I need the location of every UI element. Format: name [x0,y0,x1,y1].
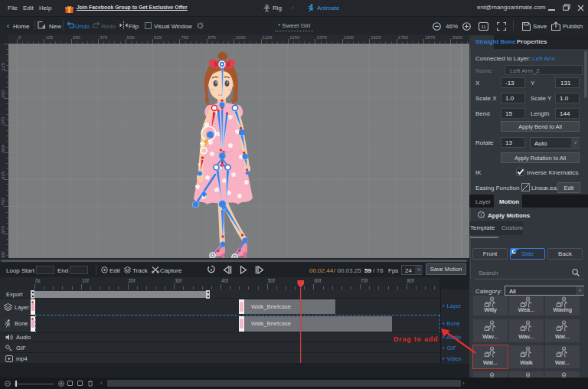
svg-text:11: 11 [481,25,486,29]
